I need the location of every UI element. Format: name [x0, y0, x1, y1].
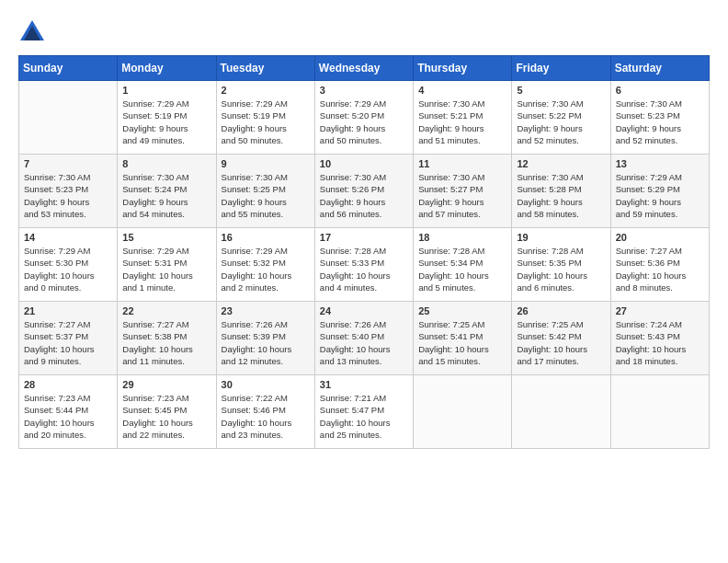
- day-info: Sunrise: 7:26 AMSunset: 5:40 PMDaylight:…: [320, 318, 408, 367]
- day-info: Sunrise: 7:30 AMSunset: 5:22 PMDaylight:…: [517, 98, 605, 146]
- weekday-header: Friday: [512, 56, 610, 81]
- day-number: 12: [517, 158, 605, 169]
- calendar-cell: 9Sunrise: 7:30 AMSunset: 5:25 PMDaylight…: [216, 155, 314, 228]
- calendar-cell: 5Sunrise: 7:30 AMSunset: 5:22 PMDaylight…: [512, 81, 610, 155]
- day-number: 24: [320, 305, 408, 316]
- weekday-header: Sunday: [19, 56, 118, 81]
- day-info: Sunrise: 7:21 AMSunset: 5:47 PMDaylight:…: [320, 392, 408, 441]
- day-number: 9: [222, 158, 310, 169]
- day-number: 19: [517, 232, 605, 243]
- day-number: 26: [517, 305, 605, 316]
- calendar-cell: 8Sunrise: 7:30 AMSunset: 5:24 PMDaylight…: [118, 155, 216, 228]
- day-info: Sunrise: 7:30 AMSunset: 5:23 PMDaylight:…: [616, 98, 704, 146]
- calendar-week-row: 21Sunrise: 7:27 AMSunset: 5:37 PMDayligh…: [19, 302, 710, 375]
- logo: [18, 18, 50, 46]
- calendar-cell: 20Sunrise: 7:27 AMSunset: 5:36 PMDayligh…: [610, 228, 709, 302]
- calendar-cell: 24Sunrise: 7:26 AMSunset: 5:40 PMDayligh…: [314, 302, 413, 375]
- day-number: 17: [320, 232, 408, 243]
- day-info: Sunrise: 7:28 AMSunset: 5:34 PMDaylight:…: [418, 245, 506, 293]
- day-info: Sunrise: 7:25 AMSunset: 5:41 PMDaylight:…: [418, 318, 506, 367]
- calendar-cell: [512, 375, 610, 449]
- calendar-header: [18, 18, 710, 46]
- calendar-cell: 14Sunrise: 7:29 AMSunset: 5:30 PMDayligh…: [19, 228, 118, 302]
- day-number: 27: [616, 305, 704, 316]
- day-number: 31: [320, 379, 408, 390]
- day-info: Sunrise: 7:30 AMSunset: 5:26 PMDaylight:…: [320, 171, 408, 220]
- day-info: Sunrise: 7:26 AMSunset: 5:39 PMDaylight:…: [222, 318, 310, 367]
- day-number: 11: [418, 158, 506, 169]
- calendar-week-row: 28Sunrise: 7:23 AMSunset: 5:44 PMDayligh…: [19, 375, 710, 449]
- calendar-cell: 21Sunrise: 7:27 AMSunset: 5:37 PMDayligh…: [19, 302, 118, 375]
- calendar-cell: 2Sunrise: 7:29 AMSunset: 5:19 PMDaylight…: [216, 81, 314, 155]
- day-info: Sunrise: 7:29 AMSunset: 5:32 PMDaylight:…: [222, 245, 310, 293]
- calendar-cell: 3Sunrise: 7:29 AMSunset: 5:20 PMDaylight…: [314, 81, 413, 155]
- day-info: Sunrise: 7:29 AMSunset: 5:29 PMDaylight:…: [616, 171, 704, 220]
- day-number: 23: [222, 305, 310, 316]
- day-info: Sunrise: 7:29 AMSunset: 5:19 PMDaylight:…: [222, 98, 310, 146]
- calendar-header-row: SundayMondayTuesdayWednesdayThursdayFrid…: [19, 56, 710, 81]
- calendar-cell: 10Sunrise: 7:30 AMSunset: 5:26 PMDayligh…: [314, 155, 413, 228]
- logo-icon: [18, 18, 46, 46]
- weekday-header: Thursday: [414, 56, 512, 81]
- day-info: Sunrise: 7:28 AMSunset: 5:33 PMDaylight:…: [320, 245, 408, 293]
- day-number: 3: [320, 85, 408, 96]
- calendar-cell: 23Sunrise: 7:26 AMSunset: 5:39 PMDayligh…: [216, 302, 314, 375]
- day-number: 28: [24, 379, 112, 390]
- day-number: 22: [122, 305, 210, 316]
- day-info: Sunrise: 7:23 AMSunset: 5:44 PMDaylight:…: [24, 392, 112, 441]
- calendar-cell: 27Sunrise: 7:24 AMSunset: 5:43 PMDayligh…: [610, 302, 709, 375]
- day-info: Sunrise: 7:27 AMSunset: 5:36 PMDaylight:…: [616, 245, 704, 293]
- weekday-header: Saturday: [610, 56, 709, 81]
- calendar-cell: 26Sunrise: 7:25 AMSunset: 5:42 PMDayligh…: [512, 302, 610, 375]
- calendar-table: SundayMondayTuesdayWednesdayThursdayFrid…: [18, 55, 710, 449]
- day-info: Sunrise: 7:30 AMSunset: 5:27 PMDaylight:…: [418, 171, 506, 220]
- day-number: 13: [616, 158, 704, 169]
- day-info: Sunrise: 7:30 AMSunset: 5:23 PMDaylight:…: [24, 171, 112, 220]
- day-number: 10: [320, 158, 408, 169]
- calendar-week-row: 1Sunrise: 7:29 AMSunset: 5:19 PMDaylight…: [19, 81, 710, 155]
- day-number: 6: [616, 85, 704, 96]
- calendar-cell: 7Sunrise: 7:30 AMSunset: 5:23 PMDaylight…: [19, 155, 118, 228]
- day-info: Sunrise: 7:23 AMSunset: 5:45 PMDaylight:…: [122, 392, 210, 441]
- calendar-cell: 28Sunrise: 7:23 AMSunset: 5:44 PMDayligh…: [19, 375, 118, 449]
- calendar-cell: 18Sunrise: 7:28 AMSunset: 5:34 PMDayligh…: [414, 228, 512, 302]
- day-info: Sunrise: 7:30 AMSunset: 5:21 PMDaylight:…: [418, 98, 506, 146]
- calendar-cell: 1Sunrise: 7:29 AMSunset: 5:19 PMDaylight…: [118, 81, 216, 155]
- calendar-cell: 4Sunrise: 7:30 AMSunset: 5:21 PMDaylight…: [414, 81, 512, 155]
- day-number: 5: [517, 85, 605, 96]
- day-info: Sunrise: 7:22 AMSunset: 5:46 PMDaylight:…: [222, 392, 310, 441]
- calendar-cell: 25Sunrise: 7:25 AMSunset: 5:41 PMDayligh…: [414, 302, 512, 375]
- day-number: 30: [222, 379, 310, 390]
- day-info: Sunrise: 7:27 AMSunset: 5:37 PMDaylight:…: [24, 318, 112, 367]
- day-info: Sunrise: 7:24 AMSunset: 5:43 PMDaylight:…: [616, 318, 704, 367]
- calendar-week-row: 14Sunrise: 7:29 AMSunset: 5:30 PMDayligh…: [19, 228, 710, 302]
- calendar-cell: 15Sunrise: 7:29 AMSunset: 5:31 PMDayligh…: [118, 228, 216, 302]
- calendar-cell: 11Sunrise: 7:30 AMSunset: 5:27 PMDayligh…: [414, 155, 512, 228]
- day-number: 14: [24, 232, 112, 243]
- calendar-cell: 17Sunrise: 7:28 AMSunset: 5:33 PMDayligh…: [314, 228, 413, 302]
- day-info: Sunrise: 7:29 AMSunset: 5:30 PMDaylight:…: [24, 245, 112, 293]
- calendar-cell: 19Sunrise: 7:28 AMSunset: 5:35 PMDayligh…: [512, 228, 610, 302]
- day-number: 21: [24, 305, 112, 316]
- day-number: 2: [222, 85, 310, 96]
- calendar-cell: 22Sunrise: 7:27 AMSunset: 5:38 PMDayligh…: [118, 302, 216, 375]
- day-number: 8: [122, 158, 210, 169]
- day-info: Sunrise: 7:29 AMSunset: 5:31 PMDaylight:…: [122, 245, 210, 293]
- calendar-cell: [19, 81, 118, 155]
- day-info: Sunrise: 7:28 AMSunset: 5:35 PMDaylight:…: [517, 245, 605, 293]
- calendar-cell: 13Sunrise: 7:29 AMSunset: 5:29 PMDayligh…: [610, 155, 709, 228]
- weekday-header: Wednesday: [314, 56, 413, 81]
- calendar-week-row: 7Sunrise: 7:30 AMSunset: 5:23 PMDaylight…: [19, 155, 710, 228]
- day-number: 20: [616, 232, 704, 243]
- day-number: 1: [122, 85, 210, 96]
- day-info: Sunrise: 7:30 AMSunset: 5:25 PMDaylight:…: [222, 171, 310, 220]
- day-info: Sunrise: 7:30 AMSunset: 5:28 PMDaylight:…: [517, 171, 605, 220]
- day-number: 15: [122, 232, 210, 243]
- day-number: 25: [418, 305, 506, 316]
- day-number: 4: [418, 85, 506, 96]
- calendar-container: SundayMondayTuesdayWednesdayThursdayFrid…: [0, 0, 728, 458]
- day-info: Sunrise: 7:25 AMSunset: 5:42 PMDaylight:…: [517, 318, 605, 367]
- day-info: Sunrise: 7:29 AMSunset: 5:19 PMDaylight:…: [122, 98, 210, 146]
- day-info: Sunrise: 7:27 AMSunset: 5:38 PMDaylight:…: [122, 318, 210, 367]
- calendar-cell: [414, 375, 512, 449]
